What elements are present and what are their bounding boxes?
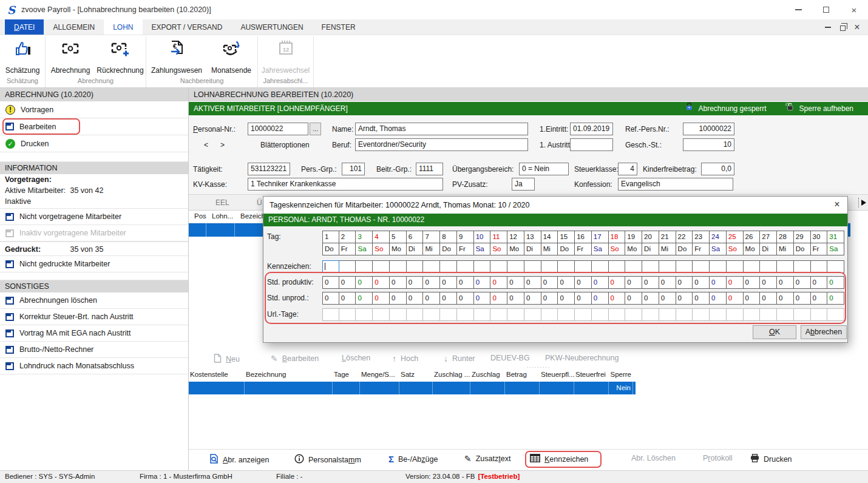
std-produktiv-input-cell[interactable]: 0: [676, 276, 693, 289]
kennzeichen-input-cell[interactable]: [693, 260, 710, 273]
sidebar-item[interactable]: Lohndruck nach Monatsabschluss: [0, 358, 188, 374]
sidebar-item[interactable]: Vortrag MA mit EGA nach Austritt: [0, 325, 188, 342]
personal-nr-field[interactable]: 10000022: [248, 123, 308, 135]
url-tage-input-cell[interactable]: [609, 308, 626, 321]
kennzeichen-input-cell[interactable]: [642, 260, 659, 273]
std-unprod-input-cell[interactable]: 0: [541, 292, 558, 305]
next-employee-button[interactable]: >: [220, 141, 225, 149]
kennzeichen-input-cell[interactable]: [440, 260, 457, 273]
mdi-minimize-button[interactable]: [821, 19, 835, 35]
sidebar-item-vortragen[interactable]: ! Vortragen: [0, 101, 188, 118]
sidebar-item-bearbeiten[interactable]: Bearbeiten: [0, 118, 188, 135]
std-produktiv-input-cell[interactable]: 0: [760, 276, 777, 289]
std-produktiv-input-cell[interactable]: 0: [490, 276, 507, 289]
url-tage-input-cell[interactable]: [744, 308, 761, 321]
std-unprod-input-cell[interactable]: 0: [558, 292, 575, 305]
kennzeichen-input-cell[interactable]: [625, 260, 642, 273]
std-produktiv-input-cell[interactable]: 0: [507, 276, 524, 289]
url-tage-input-cell[interactable]: [524, 308, 541, 321]
name-field[interactable]: Arndt, Thomas: [355, 123, 528, 135]
std-unprod-input-cell[interactable]: 0: [744, 292, 761, 305]
url-tage-input-cell[interactable]: [777, 308, 794, 321]
std-produktiv-input-cell[interactable]: 0: [727, 276, 744, 289]
std-produktiv-input-cell[interactable]: 0: [710, 276, 727, 289]
std-unprod-input-cell[interactable]: 0: [440, 292, 457, 305]
ref-pers-nr-field[interactable]: 10000022: [683, 123, 734, 135]
std-produktiv-input-cell[interactable]: 0: [777, 276, 794, 289]
pers-grp-field[interactable]: 101: [342, 163, 365, 175]
std-produktiv-input-cell[interactable]: 0: [339, 276, 356, 289]
kennzeichen-input-cell[interactable]: [676, 260, 693, 273]
kennzeichen-input-cell[interactable]: [356, 260, 373, 273]
url-tage-input-cell[interactable]: [322, 308, 339, 321]
zusatztext-button[interactable]: Zusatztext: [464, 454, 510, 464]
monatsende-button[interactable]: Monatsende: [208, 38, 255, 76]
std-unprod-input-cell[interactable]: 0: [507, 292, 524, 305]
schaetzung-button[interactable]: Schätzung: [2, 38, 43, 76]
column-header[interactable]: Zuschlag ...: [433, 368, 470, 382]
std-produktiv-input-cell[interactable]: 0: [693, 276, 710, 289]
std-unprod-input-cell[interactable]: 0: [423, 292, 440, 305]
column-header[interactable]: Satz: [399, 368, 433, 382]
std-unprod-input-cell[interactable]: 0: [609, 292, 626, 305]
std-unprod-input-cell[interactable]: 0: [373, 292, 390, 305]
sidebar-item[interactable]: Abrechnungen löschen: [0, 292, 188, 309]
std-unprod-input-cell[interactable]: 0: [356, 292, 373, 305]
column-header[interactable]: Steuerfrei: [574, 368, 609, 382]
abr-anzeigen-button[interactable]: Abr. anzeigen: [209, 454, 269, 465]
std-produktiv-input-cell[interactable]: 0: [744, 276, 761, 289]
url-tage-input-cell[interactable]: [727, 308, 744, 321]
url-tage-input-cell[interactable]: [440, 308, 457, 321]
kennzeichen-input-cell[interactable]: [727, 260, 744, 273]
blaetteroptionen-link[interactable]: Blätteroptionen: [260, 141, 310, 149]
kennzeichen-input-cell[interactable]: [659, 260, 676, 273]
url-tage-input-cell[interactable]: [490, 308, 507, 321]
url-tage-input-cell[interactable]: [676, 308, 693, 321]
url-tage-input-cell[interactable]: [507, 308, 524, 321]
std-produktiv-input-cell[interactable]: 0: [524, 276, 541, 289]
std-unprod-input-cell[interactable]: 0: [710, 292, 727, 305]
std-produktiv-input-cell[interactable]: 0: [659, 276, 676, 289]
menu-allgemein[interactable]: ALLGEMEIN: [44, 19, 104, 35]
kennzeichen-input-cell[interactable]: [407, 260, 424, 273]
url-tage-input-cell[interactable]: [339, 308, 356, 321]
kennzeichen-input-cell[interactable]: [339, 260, 356, 273]
std-unprod-input-cell[interactable]: 0: [339, 292, 356, 305]
column-header[interactable]: Zuschlag: [470, 368, 505, 382]
kennzeichen-input-cell[interactable]: [390, 260, 407, 273]
mdi-restore-button[interactable]: [835, 19, 850, 35]
std-produktiv-input-cell[interactable]: 0: [827, 276, 844, 289]
std-unprod-input-cell[interactable]: 0: [524, 292, 541, 305]
column-header[interactable]: Lohn...: [212, 212, 233, 220]
std-unprod-input-cell[interactable]: 0: [407, 292, 424, 305]
std-produktiv-input-cell[interactable]: 0: [407, 276, 424, 289]
drucken-button[interactable]: Drucken: [750, 454, 792, 464]
url-tage-input-cell[interactable]: [423, 308, 440, 321]
tab-eel[interactable]: EEL: [215, 195, 229, 211]
rueckrechnung-button[interactable]: Rückrechnung: [95, 38, 146, 76]
minimize-button[interactable]: [784, 0, 812, 19]
gesch-st-field[interactable]: 10: [683, 138, 734, 151]
kennzeichen-input-cell[interactable]: [373, 260, 390, 273]
url-tage-input-cell[interactable]: [457, 308, 474, 321]
url-tage-input-cell[interactable]: [390, 308, 407, 321]
tab-scroll-control[interactable]: [858, 198, 866, 208]
std-produktiv-input-cell[interactable]: 0: [794, 276, 811, 289]
menu-export-versand[interactable]: EXPORT / VERSAND: [143, 19, 232, 35]
url-tage-input-cell[interactable]: [541, 308, 558, 321]
ok-button[interactable]: OK: [753, 325, 796, 339]
kennzeichen-input-cell[interactable]: [827, 260, 844, 273]
eintritt-field[interactable]: 01.09.2019: [570, 123, 613, 135]
column-header[interactable]: Kostenstelle: [189, 368, 245, 382]
url-tage-input-cell[interactable]: [693, 308, 710, 321]
std-unprod-input-cell[interactable]: 0: [457, 292, 474, 305]
kennzeichen-input-cell[interactable]: [811, 260, 828, 273]
browse-button[interactable]: ...: [310, 123, 321, 135]
url-tage-input-cell[interactable]: [373, 308, 390, 321]
std-unprod-input-cell[interactable]: 0: [693, 292, 710, 305]
std-unprod-input-cell[interactable]: 0: [625, 292, 642, 305]
std-produktiv-input-cell[interactable]: 0: [811, 276, 828, 289]
column-header[interactable]: Tage: [333, 368, 360, 382]
std-produktiv-input-cell[interactable]: 0: [356, 276, 373, 289]
abrechnung-button[interactable]: Abrechnung: [49, 38, 92, 76]
